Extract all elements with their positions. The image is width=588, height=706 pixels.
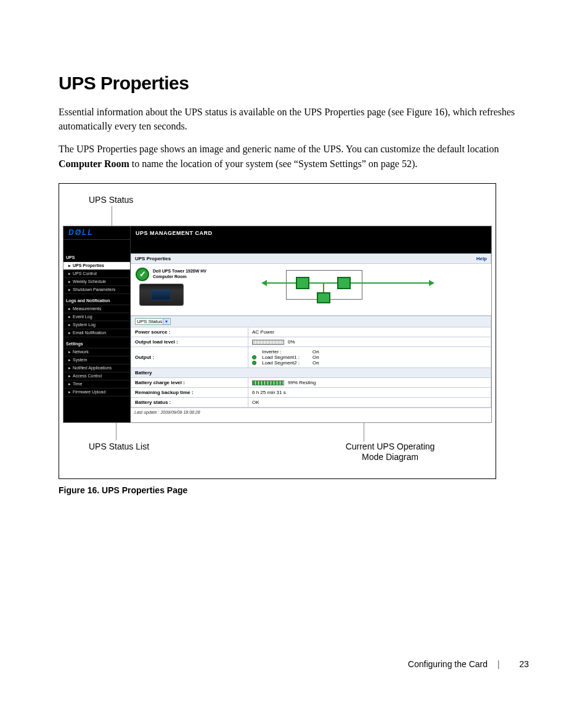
output-value: Inverter :On Load Segment1 :On Load Segm… bbox=[248, 347, 491, 367]
footer-page-number: 23 bbox=[519, 659, 529, 669]
last-update: Last update : 2009/09/09 18:08:28 bbox=[131, 408, 491, 416]
ups-status-select[interactable]: UPS Status bbox=[135, 318, 171, 325]
mgmt-card-header: UPS MANAGEMENT CARD bbox=[131, 226, 491, 240]
power-source-value: AC Power bbox=[248, 327, 491, 337]
operating-mode-diagram bbox=[248, 264, 491, 315]
row-backup: Remaining backup time : 6 h 25 min 31 s bbox=[131, 387, 491, 397]
charge-value: 99% Resting bbox=[248, 377, 491, 387]
annotation-mode-l2: Mode Diagram bbox=[362, 452, 419, 462]
nav-ups-properties[interactable]: ▸UPS Properties bbox=[63, 262, 130, 270]
nav-notified-apps[interactable]: ▸Notified Applications bbox=[63, 364, 130, 372]
nav-firmware[interactable]: ▸Firmware Upload bbox=[63, 388, 130, 396]
nav-event-log[interactable]: ▸Event Log bbox=[63, 313, 130, 321]
status-dot-icon bbox=[252, 355, 256, 359]
panel-titlebar: UPS Properties Help bbox=[131, 253, 491, 264]
nav-system[interactable]: ▸System bbox=[63, 356, 130, 364]
status-table: UPS Status Power source : AC Power Outpu… bbox=[131, 316, 491, 408]
nav-group-settings: Settings bbox=[63, 340, 130, 348]
screenshot: DØLL UPS ▸UPS Properties ▸UPS Control ▸W… bbox=[63, 226, 492, 423]
para2-a: The UPS Properties page shows an image a… bbox=[59, 144, 499, 154]
row-batt-status: Battery status : OK bbox=[131, 397, 491, 407]
figure-container: UPS Status UPS Status List Current UPS O… bbox=[59, 183, 496, 479]
nav-system-log[interactable]: ▸System Log bbox=[63, 321, 130, 329]
annotation-ups-status: UPS Status bbox=[89, 195, 133, 206]
nav-access-control[interactable]: ▸Access Control bbox=[63, 372, 130, 380]
nav-time[interactable]: ▸Time bbox=[63, 380, 130, 388]
dell-logo: DØLL bbox=[63, 226, 130, 240]
nav-email-notif[interactable]: ▸Email Notification bbox=[63, 329, 130, 337]
annotation-mode-l1: Current UPS Operating bbox=[346, 441, 435, 451]
output-load-label: Output load level : bbox=[131, 337, 248, 347]
nav-ups-control[interactable]: ▸UPS Control bbox=[63, 270, 130, 278]
row-power-source: Power source : AC Power bbox=[131, 327, 491, 337]
backup-label: Remaining backup time : bbox=[131, 387, 248, 397]
status-dot-icon bbox=[252, 361, 256, 365]
help-link[interactable]: Help bbox=[476, 256, 487, 261]
diagram-node-rectifier bbox=[296, 277, 309, 289]
ups-identity: ✓ Dell UPS Tower 1920W HV Computer Room bbox=[131, 264, 248, 315]
arrow-right-icon bbox=[429, 280, 435, 286]
battery-header: Battery bbox=[131, 367, 491, 377]
power-source-label: Power source : bbox=[131, 327, 248, 337]
row-output: Output : Inverter :On Load Segment1 :On … bbox=[131, 347, 491, 367]
annotation-ups-status-list: UPS Status List bbox=[89, 441, 149, 453]
diagram-node-battery bbox=[317, 292, 330, 303]
ups-model: Dell UPS Tower 1920W HV bbox=[153, 269, 206, 274]
footer-section: Configuring the Card bbox=[408, 659, 488, 669]
nav-network[interactable]: ▸Network bbox=[63, 348, 130, 356]
nav-shutdown-params[interactable]: ▸Shutdown Parameters bbox=[63, 286, 130, 294]
batt-status-label: Battery status : bbox=[131, 397, 248, 407]
charge-bar-icon bbox=[252, 380, 284, 385]
para2-bold: Computer Room bbox=[59, 158, 129, 169]
nav-group-ups: UPS bbox=[63, 253, 130, 262]
sidebar: DØLL UPS ▸UPS Properties ▸UPS Control ▸W… bbox=[63, 226, 130, 422]
backup-value: 6 h 25 min 31 s bbox=[248, 387, 491, 397]
ups-location: Computer Room bbox=[153, 274, 206, 279]
annotation-mode-diagram: Current UPS Operating Mode Diagram bbox=[338, 441, 443, 463]
nav-measurements[interactable]: ▸Measurements bbox=[63, 305, 130, 313]
status-ok-icon: ✓ bbox=[136, 268, 149, 281]
arrow-left-icon bbox=[261, 280, 267, 286]
nav-group-logs: Logs and Notification bbox=[63, 297, 130, 305]
ups-name-block: Dell UPS Tower 1920W HV Computer Room bbox=[153, 269, 206, 279]
output-load-value: 0% bbox=[248, 337, 491, 347]
diagram-node-inverter bbox=[337, 277, 351, 289]
intro-paragraph-2: The UPS Properties page shows an image a… bbox=[59, 142, 529, 170]
load-bar-icon bbox=[252, 340, 284, 345]
page-footer: Configuring the Card | 23 bbox=[408, 659, 529, 669]
para2-b: to name the location of your system (see… bbox=[129, 158, 417, 169]
info-strip: ✓ Dell UPS Tower 1920W HV Computer Room bbox=[131, 264, 491, 316]
row-charge: Battery charge level : 99% Resting bbox=[131, 377, 491, 387]
footer-separator: | bbox=[497, 659, 500, 669]
output-label: Output : bbox=[131, 347, 248, 367]
ups-photo bbox=[139, 284, 184, 306]
main-panel: UPS MANAGEMENT CARD UPS Properties Help … bbox=[130, 226, 491, 422]
panel-title-text: UPS Properties bbox=[135, 256, 171, 261]
nav-weekly-schedule[interactable]: ▸Weekly Schedule bbox=[63, 278, 130, 286]
batt-status-value: OK bbox=[248, 397, 491, 407]
page-heading: UPS Properties bbox=[59, 73, 529, 94]
intro-paragraph-1: Essential information about the UPS stat… bbox=[59, 105, 529, 133]
figure-caption: Figure 16. UPS Properties Page bbox=[59, 485, 529, 495]
charge-label: Battery charge level : bbox=[131, 377, 248, 387]
row-output-load: Output load level : 0% bbox=[131, 337, 491, 347]
